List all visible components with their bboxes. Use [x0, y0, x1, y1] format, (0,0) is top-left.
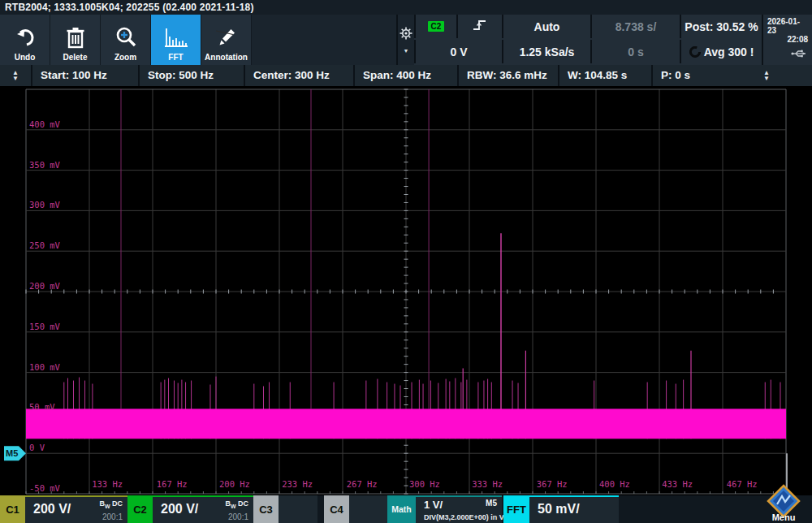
trigger-source-cell[interactable]: C2	[414, 15, 456, 38]
horizontal-position-cell[interactable]: 0 s	[590, 40, 680, 63]
trigger-mode-value: Auto	[534, 20, 560, 33]
average-icon	[689, 46, 701, 58]
fft-display-area[interactable]: 400 mV350 mV300 mV250 mV200 mV150 mV100 …	[0, 86, 812, 495]
trigger-source-badge: C2	[428, 21, 445, 32]
annotation-icon	[216, 24, 237, 51]
channel4-badge[interactable]: C4	[324, 495, 349, 523]
svg-text:300 Hz: 300 Hz	[409, 479, 440, 489]
toolbar-buttons: UndoDeleteZoomFFTAnnotation	[0, 15, 252, 65]
channel2-probe-ratio: 200:1	[228, 512, 248, 521]
fft-settings-cell[interactable]: 50 mV/	[529, 495, 619, 523]
svg-text:433 Hz: 433 Hz	[662, 479, 693, 489]
delete-icon	[66, 24, 85, 51]
post-trigger-value: Post: 30.52 %	[685, 20, 758, 33]
sample-rate-value: 1.25 kSa/s	[520, 45, 575, 58]
channel1-coupling: BW DC	[99, 499, 123, 509]
svg-text:267 Hz: 267 Hz	[347, 479, 378, 489]
freq-setting-start[interactable]: Start: 100 Hz	[31, 65, 138, 86]
channel1-probe-ratio: 200:1	[102, 512, 123, 521]
zoom-label: Zoom	[114, 53, 136, 62]
title-bar: RTB2004; 1333.1005K04; 202255 (02.400 20…	[0, 0, 812, 15]
fft-scale: 50 mV/	[538, 502, 580, 517]
svg-text:300 mV: 300 mV	[29, 200, 61, 210]
toolbar: UndoDeleteZoomFFTAnnotation	[0, 15, 396, 65]
time-value: 22:08	[787, 35, 808, 44]
trigger-slope-cell[interactable]	[456, 15, 502, 38]
acquisition-cell[interactable]: Avg 300 !	[680, 40, 762, 63]
device-id-text: RTB2004; 1333.1005K04; 202255 (02.400 20…	[5, 2, 254, 13]
freq-setting-window[interactable]: W: 104.85 s	[558, 65, 651, 86]
gear-icon	[400, 27, 412, 43]
freq-setting-span[interactable]: Span: 400 Hz	[353, 65, 457, 86]
oscilloscope-screen: RTB2004; 1333.1005K04; 202255 (02.400 20…	[0, 0, 812, 523]
frequency-settings-bar: ▲ ▼ Start: 100 HzStop: 500 HzCenter: 300…	[0, 65, 812, 86]
channel2-scale: 200 V/	[161, 502, 198, 517]
toolbar-empty-area	[252, 15, 396, 65]
svg-text:200 mV: 200 mV	[29, 281, 61, 291]
math-reference: M5	[486, 499, 497, 508]
svg-text:333 Hz: 333 Hz	[472, 479, 503, 489]
annotation-button[interactable]: Annotation	[201, 15, 251, 65]
sample-rate-cell[interactable]: 1.25 kSa/s	[502, 40, 590, 63]
freq-setting-pos[interactable]: P: 0 s	[651, 65, 745, 86]
svg-text:167 Hz: 167 Hz	[157, 479, 188, 489]
fft-icon	[164, 24, 188, 51]
svg-text:400 Hz: 400 Hz	[599, 479, 630, 489]
general-settings-button[interactable]: ▼	[396, 15, 414, 65]
math-expression: DIV(M3,2.000E+00) in V	[424, 513, 504, 521]
channel2-settings-cell[interactable]: 200 V/ BW DC 200:1	[153, 495, 253, 523]
post-trigger-cell[interactable]: Post: 30.52 %	[680, 15, 762, 38]
freq-setting-rbw[interactable]: RBW: 36.6 mHz	[457, 65, 558, 86]
date-value: 2026-01-23	[767, 17, 808, 35]
horizontal-position-value: 0 s	[628, 45, 643, 58]
timebase-value: 8.738 s/	[615, 20, 657, 33]
channel3-badge[interactable]: C3	[253, 495, 279, 523]
timebase-cell[interactable]: 8.738 s/	[590, 15, 680, 38]
menu-label: Menu	[755, 512, 812, 522]
scroll-updown-right[interactable]: ▲ ▼	[751, 65, 782, 86]
undo-label: Undo	[15, 53, 36, 62]
channel2-coupling: BW DC	[225, 499, 248, 509]
math-settings-cell[interactable]: 1 V/ M5 DIV(M3,2.000E+00) in V	[416, 495, 502, 523]
svg-text:233 Hz: 233 Hz	[282, 479, 313, 489]
svg-text:0 V: 0 V	[29, 443, 45, 452]
freq-setting-stop[interactable]: Stop: 500 Hz	[138, 65, 244, 86]
svg-text:367 Hz: 367 Hz	[537, 479, 568, 489]
delete-button[interactable]: Delete	[50, 15, 100, 65]
fft-button[interactable]: FFT	[151, 15, 201, 65]
undo-icon	[14, 24, 37, 51]
fft-badge[interactable]: FFT	[503, 495, 529, 523]
channel2-badge[interactable]: C2	[127, 495, 153, 523]
delete-label: Delete	[63, 53, 87, 62]
trigger-mode-cell[interactable]: Auto	[502, 15, 590, 38]
math-badge[interactable]: Math	[387, 495, 416, 523]
channel1-badge[interactable]: C1	[0, 495, 25, 523]
channel1-settings-cell[interactable]: 200 V/ BW DC 200:1	[25, 495, 127, 523]
acquisition-value: Avg 300 !	[704, 45, 754, 58]
zoom-icon	[114, 24, 137, 51]
channel-bar: C1 200 V/ BW DC 200:1 C2 200 V/ BW DC 20…	[0, 495, 812, 523]
trigger-panel: C2 Auto 8.738 s/ Post: 30.52 % 0 V 1.25 …	[414, 15, 812, 65]
rising-edge-icon	[473, 19, 487, 34]
trigger-level-value: 0 V	[450, 45, 467, 58]
fft-spectrum-chart: 400 mV350 mV300 mV250 mV200 mV150 mV100 …	[0, 86, 812, 495]
scroll-updown-left[interactable]: ▲ ▼	[0, 65, 31, 86]
zoom-button[interactable]: Zoom	[101, 15, 150, 65]
svg-text:50 mV: 50 mV	[29, 402, 55, 412]
math-scale: 1 V/	[424, 499, 443, 511]
undo-button[interactable]: Undo	[0, 15, 50, 65]
svg-text:150 mV: 150 mV	[29, 322, 61, 331]
svg-text:200 Hz: 200 Hz	[219, 479, 250, 489]
svg-text:350 mV: 350 mV	[29, 160, 61, 170]
freq-setting-center[interactable]: Center: 300 Hz	[244, 65, 353, 86]
datetime-cell[interactable]: 2026-01-23 22:08	[762, 15, 812, 65]
channel3-settings-cell[interactable]	[279, 495, 317, 523]
chevron-down-icon: ▼	[404, 48, 409, 54]
m5-marker-label: M5	[6, 448, 18, 458]
usb-icon	[790, 49, 808, 60]
channel4-settings-cell[interactable]	[349, 495, 388, 523]
trigger-level-cell[interactable]: 0 V	[414, 40, 502, 63]
menu-button[interactable]: Menu	[755, 484, 812, 523]
channel1-scale: 200 V/	[33, 502, 71, 517]
svg-text:250 mV: 250 mV	[29, 240, 61, 250]
